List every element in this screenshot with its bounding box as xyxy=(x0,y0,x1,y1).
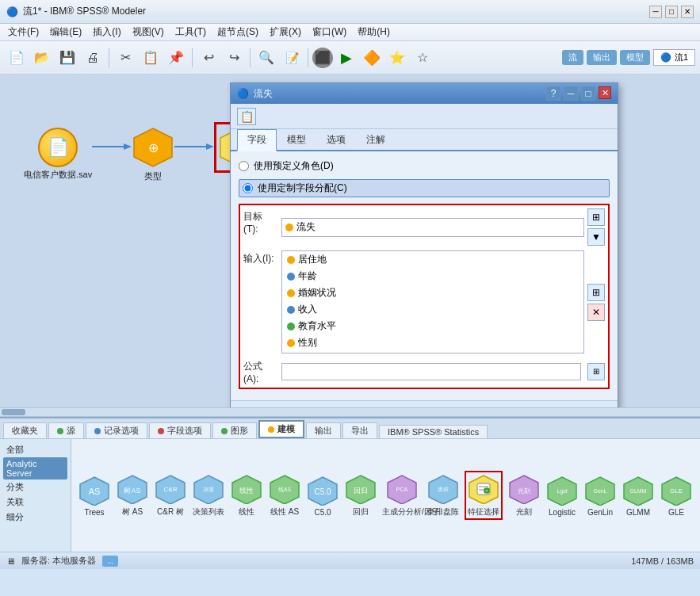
toolbar-run[interactable]: ▶ xyxy=(335,46,358,70)
input-remove-btn[interactable]: ✕ xyxy=(587,304,605,321)
svg-text:决策: 决策 xyxy=(203,487,214,492)
bottom-tab-record[interactable]: 记录选项 xyxy=(86,422,147,438)
target-label: 目标(T): xyxy=(243,208,275,235)
palette-icons: AS Trees 树AS 树 AS xyxy=(71,439,700,552)
bottom-tab-export[interactable]: 导出 xyxy=(342,422,377,438)
palette-node-cr-tree[interactable]: C&R C&R 树 xyxy=(154,473,187,518)
bottom-tab-model[interactable]: 建模 xyxy=(258,420,304,438)
palette-node-class-sort[interactable]: 类排 类排盘陈 xyxy=(427,473,460,518)
toolbar-paste[interactable]: 📌 xyxy=(164,46,188,70)
sidebar-classify[interactable]: 分类 xyxy=(3,479,67,495)
radio-use-role-input[interactable] xyxy=(239,161,249,171)
menu-file[interactable]: 文件(F) xyxy=(3,24,44,40)
dialog-toolbar-icon1[interactable]: 📋 xyxy=(237,108,256,125)
formula-btn[interactable]: ⊞ xyxy=(587,363,605,380)
palette-node-linear[interactable]: 线性 线性 xyxy=(230,473,263,518)
toolbar-annotate[interactable]: 📝 xyxy=(280,46,304,70)
svg-text:回归: 回归 xyxy=(354,487,368,495)
dialog-tab-notes[interactable]: 注解 xyxy=(356,129,396,150)
field-label-2: 婚姻状况 xyxy=(298,286,336,300)
dialog-close-btn[interactable]: ✕ xyxy=(599,86,611,99)
dialog-tab-model[interactable]: 模型 xyxy=(277,129,316,150)
input-add-btn[interactable]: ⊞ xyxy=(587,284,605,301)
radio-use-role[interactable]: 使用预定义角色(D) xyxy=(239,159,610,173)
menu-view[interactable]: 视图(V) xyxy=(128,24,169,40)
palette-node-gle[interactable]: GLE GLE xyxy=(660,475,693,517)
bottom-tab-field[interactable]: 字段选项 xyxy=(149,422,211,438)
bottom-tab-favorites[interactable]: 收藏夹 xyxy=(3,422,47,438)
bottom-tab-statistics[interactable]: IBM® SPSS® Statistics xyxy=(379,425,488,438)
input-side-btns: ⊞ ✕ xyxy=(587,284,605,321)
toolbar-undo[interactable]: ↩ xyxy=(197,46,220,70)
target-input-box[interactable]: 流失 xyxy=(281,218,584,237)
toolbar-star2[interactable]: ☆ xyxy=(411,46,434,70)
tab-output[interactable]: 输出 xyxy=(587,50,617,65)
field-dot-3 xyxy=(287,306,295,314)
palette-node-feature-select[interactable]: ✓ 特征选择 xyxy=(465,471,503,520)
sidebar-analytic-server[interactable]: Analytic Server xyxy=(3,457,67,479)
node-type[interactable]: ⊕ 类型 xyxy=(132,126,174,182)
dialog-tab-fields[interactable]: 字段 xyxy=(237,129,277,151)
target-dropdown-btn[interactable]: ▼ xyxy=(587,228,605,246)
palette-node-trees[interactable]: AS Trees xyxy=(78,475,111,517)
input-wrap: 居住地 年龄 婚姻状况 xyxy=(281,250,605,353)
maximize-button[interactable]: □ xyxy=(665,6,678,18)
toolbar-new[interactable]: 📄 xyxy=(5,46,29,70)
palette-node-genlin[interactable]: GenL GenLin xyxy=(583,475,617,517)
h-scrollbar[interactable] xyxy=(0,407,700,417)
menu-help[interactable]: 帮助(H) xyxy=(353,24,395,40)
palette-node-glmm[interactable]: GLMM GLMM xyxy=(622,475,655,517)
field-label-0: 居住地 xyxy=(298,253,327,266)
minimize-button[interactable]: ─ xyxy=(649,6,662,18)
dialog-tab-options[interactable]: 选项 xyxy=(316,129,356,150)
canvas-area[interactable]: 📄 电信客户数据.sav ⊕ 类型 xyxy=(0,74,700,407)
palette-node-decision-list[interactable]: 决策 决策列表 xyxy=(192,473,225,518)
palette-node-logistic[interactable]: Lgst Logistic xyxy=(545,475,579,517)
palette-node-c50[interactable]: C5.0 C5.0 xyxy=(306,475,339,517)
sidebar-all[interactable]: 全部 xyxy=(3,442,67,457)
radio-use-custom-input[interactable] xyxy=(243,183,253,193)
toolbar-save[interactable]: 💾 xyxy=(55,46,79,70)
menu-insert[interactable]: 插入(I) xyxy=(88,24,125,40)
toolbar-redo[interactable]: ↪ xyxy=(222,46,246,70)
toolbar-star1[interactable]: ⭐ xyxy=(385,46,409,70)
node-data[interactable]: 📄 电信客户数据.sav xyxy=(24,128,92,181)
input-field-list[interactable]: 居住地 年龄 婚姻状况 xyxy=(281,250,584,353)
field-item-6: 家庭人数 xyxy=(282,351,583,353)
tab-flow[interactable]: 流 xyxy=(562,50,583,65)
radio-use-custom[interactable]: 使用定制字段分配(C) xyxy=(239,179,610,197)
bottom-tab-graph[interactable]: 图形 xyxy=(212,422,257,438)
toolbar-find[interactable]: 🔍 xyxy=(254,46,278,70)
bottom-tab-output[interactable]: 输出 xyxy=(306,422,341,438)
menu-window[interactable]: 窗口(W) xyxy=(308,24,351,40)
toolbar-copy[interactable]: 📋 xyxy=(139,46,163,70)
palette-node-tree-as[interactable]: 树AS 树 AS xyxy=(116,473,149,518)
dialog-minimize-btn[interactable]: ─ xyxy=(564,86,578,101)
bottom-panel: 收藏夹 源 记录选项 字段选项 图形 建模 输出 导出 IBM® SPSS xyxy=(0,417,700,552)
toolbar-preview[interactable]: 🔶 xyxy=(360,46,384,70)
formula-input[interactable] xyxy=(281,363,581,380)
menu-tools[interactable]: 工具(T) xyxy=(170,24,211,40)
bottom-tab-source[interactable]: 源 xyxy=(48,422,84,438)
menu-edit[interactable]: 编辑(E) xyxy=(45,24,86,40)
palette-node-regression[interactable]: 回归 回归 xyxy=(344,473,377,518)
target-add-btn[interactable]: ⊞ xyxy=(587,208,605,226)
palette-node-photolit[interactable]: 光刻 光刻 xyxy=(507,473,541,518)
palette-node-pca[interactable]: PCA 主成分分析/因子 xyxy=(382,473,422,518)
menu-supernode[interactable]: 超节点(S) xyxy=(212,24,263,40)
dialog-maximize-btn[interactable]: □ xyxy=(581,86,595,101)
toolbar-print[interactable]: 🖨 xyxy=(81,46,105,70)
tab-model[interactable]: 模型 xyxy=(620,50,650,65)
sidebar-association[interactable]: 关联 xyxy=(3,495,67,510)
memory-status: 147MB / 163MB xyxy=(631,556,694,566)
toolbar-open[interactable]: 📂 xyxy=(30,46,54,70)
sidebar-segment[interactable]: 细分 xyxy=(3,510,67,525)
status-expand-btn[interactable]: ... xyxy=(102,556,118,567)
toolbar-stop[interactable]: ⬛ xyxy=(312,48,333,68)
menu-extensions[interactable]: 扩展(X) xyxy=(265,24,306,40)
toolbar-cut[interactable]: ✂ xyxy=(113,46,137,70)
palette-node-linear-as[interactable]: 线AS 线性 AS xyxy=(268,473,301,518)
dialog-help-btn[interactable]: ? xyxy=(546,86,560,101)
close-button[interactable]: ✕ xyxy=(681,6,694,18)
stream-tab[interactable]: 🔵 流1 xyxy=(653,49,695,66)
